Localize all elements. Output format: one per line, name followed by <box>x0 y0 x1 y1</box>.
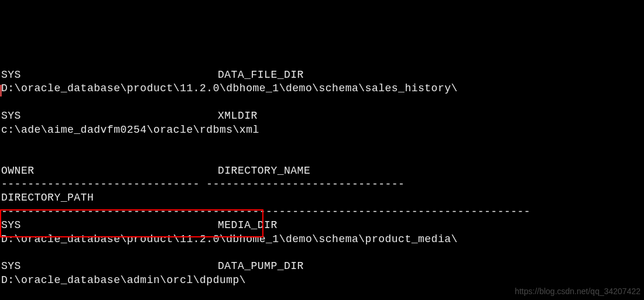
watermark-text: https://blog.csdn.net/qq_34207422 <box>515 286 640 296</box>
owner-value: SYS <box>1 260 218 273</box>
directory-name-value: MEDIA_DIR <box>218 219 278 231</box>
directory-name-value: DATA_FILE_DIR <box>218 69 304 81</box>
divider-line: ------------------------------ ---------… <box>1 178 405 190</box>
owner-header: OWNER <box>1 164 218 178</box>
owner-value: SYS <box>1 109 218 123</box>
directory-path-value: c:\ade\aime_dadvfm0254\oracle\rdbms\xml <box>1 124 259 136</box>
divider-line: ----------------------------------------… <box>1 206 530 218</box>
directory-name-value: DATA_PUMP_DIR <box>218 260 304 272</box>
directory-path-value: D:\oracle_database\product\11.2.0\dbhome… <box>1 82 458 94</box>
output-line: SYSDATA_PUMP_DIR <box>1 260 304 272</box>
terminal-output: SYSDATA_FILE_DIR D:\oracle_database\prod… <box>0 55 644 300</box>
directory-name-value: XMLDIR <box>218 110 258 122</box>
output-line: SYSDATA_FILE_DIR <box>1 69 304 81</box>
owner-value: SYS <box>1 219 218 232</box>
directory-path-value: D:\oracle_database\admin\orcl\dpdump\ <box>1 274 246 286</box>
directory-path-header: DIRECTORY_PATH <box>1 192 94 204</box>
header-line: OWNERDIRECTORY_NAME <box>1 165 310 177</box>
directory-path-value: D:\oracle_database\product\11.2.0\dbhome… <box>1 233 458 245</box>
directory-name-header: DIRECTORY_NAME <box>218 165 310 177</box>
output-line: SYSXMLDIR <box>1 110 258 122</box>
left-marker <box>0 85 2 96</box>
output-line: SYSMEDIA_DIR <box>1 219 278 231</box>
owner-value: SYS <box>1 68 218 82</box>
